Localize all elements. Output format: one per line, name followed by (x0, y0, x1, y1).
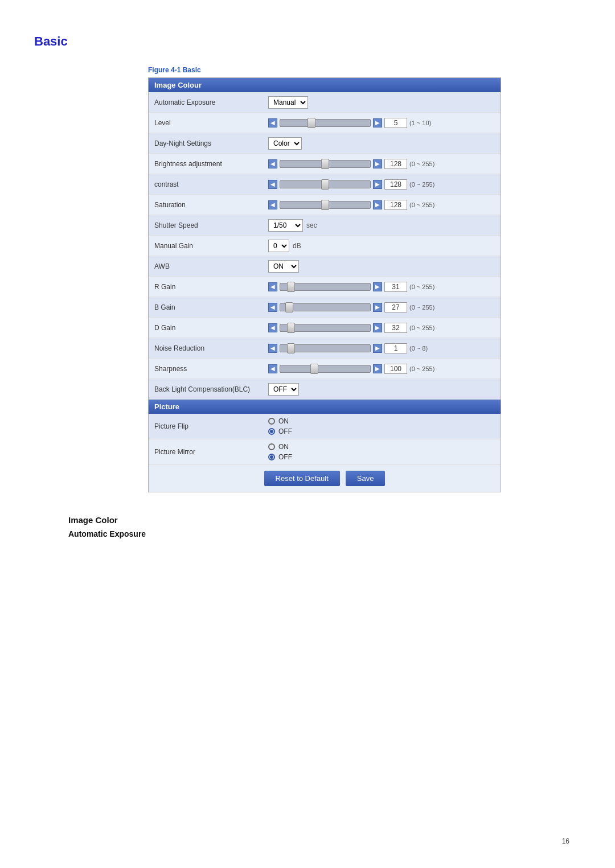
control-noise-reduction: ◀ ▶ 1 (0 ~ 8) (268, 343, 495, 353)
d-gain-left-arrow[interactable]: ◀ (268, 323, 277, 332)
label-picture-flip: Picture Flip (154, 422, 268, 430)
value-contrast: 128 (384, 179, 407, 190)
contrast-left-arrow[interactable]: ◀ (268, 180, 277, 189)
contrast-right-arrow[interactable]: ▶ (373, 180, 382, 189)
b-gain-right-arrow[interactable]: ▶ (373, 303, 382, 312)
value-noise-reduction: 1 (384, 343, 407, 353)
label-automatic-exposure: Automatic Exposure (154, 98, 268, 106)
b-gain-left-arrow[interactable]: ◀ (268, 303, 277, 312)
control-b-gain: ◀ ▶ 27 (0 ~ 255) (268, 302, 495, 312)
row-brightness: Brightness adjustment ◀ ▶ 128 (0 ~ 255) (149, 154, 501, 174)
slider-level[interactable]: ◀ ▶ 5 (1 ~ 10) (268, 118, 495, 128)
slider-brightness[interactable]: ◀ ▶ 128 (0 ~ 255) (268, 159, 495, 169)
radio-flip-on[interactable]: ON (268, 417, 292, 425)
save-button[interactable]: Save (346, 471, 386, 486)
range-d-gain: (0 ~ 255) (409, 324, 434, 331)
slider-thumb-noise-reduction[interactable] (287, 343, 295, 353)
row-noise-reduction: Noise Reduction ◀ ▶ 1 (0 ~ 8) (149, 338, 501, 359)
radio-group-picture-flip: ON OFF (268, 417, 292, 435)
slider-thumb-sharpness[interactable] (310, 364, 318, 374)
control-automatic-exposure: Manual Auto (268, 96, 495, 109)
slider-saturation[interactable]: ◀ ▶ 128 (0 ~ 255) (268, 200, 495, 210)
radio-label-mirror-off: OFF (278, 453, 292, 461)
slider-thumb-level[interactable] (308, 118, 315, 128)
brightness-left-arrow[interactable]: ◀ (268, 159, 277, 168)
label-awb: AWB (154, 262, 268, 270)
slider-track-r-gain[interactable] (280, 283, 371, 291)
range-level: (1 ~ 10) (409, 120, 431, 126)
control-sharpness: ◀ ▶ 100 (0 ~ 255) (268, 364, 495, 374)
r-gain-left-arrow[interactable]: ◀ (268, 282, 277, 291)
slider-d-gain[interactable]: ◀ ▶ 32 (0 ~ 255) (268, 323, 495, 333)
value-r-gain: 31 (384, 282, 407, 292)
radio-mirror-on[interactable]: ON (268, 443, 292, 451)
label-sharpness: Sharpness (154, 365, 268, 373)
saturation-right-arrow[interactable]: ▶ (373, 200, 382, 209)
select-manual-gain[interactable]: 0 1 2 (268, 240, 289, 252)
slider-sharpness[interactable]: ◀ ▶ 100 (0 ~ 255) (268, 364, 495, 374)
slider-noise-reduction[interactable]: ◀ ▶ 1 (0 ~ 8) (268, 343, 495, 353)
sharpness-left-arrow[interactable]: ◀ (268, 364, 277, 373)
control-contrast: ◀ ▶ 128 (0 ~ 255) (268, 179, 495, 190)
radio-circle-flip-off (268, 428, 275, 435)
range-brightness: (0 ~ 255) (409, 161, 434, 167)
slider-track-noise-reduction[interactable] (280, 344, 371, 352)
noise-reduction-left-arrow[interactable]: ◀ (268, 344, 277, 353)
footer-section: Image Color Automatic Exposure (68, 515, 581, 538)
control-blc: OFF ON (268, 383, 495, 396)
radio-flip-off[interactable]: OFF (268, 427, 292, 435)
slider-track-b-gain[interactable] (280, 303, 371, 311)
row-r-gain: R Gain ◀ ▶ 31 (0 ~ 255) (149, 277, 501, 297)
page-title: Basic (34, 34, 581, 49)
slider-track-sharpness[interactable] (280, 365, 371, 373)
control-manual-gain: 0 1 2 dB (268, 240, 495, 252)
slider-r-gain[interactable]: ◀ ▶ 31 (0 ~ 255) (268, 282, 495, 292)
row-shutter-speed: Shutter Speed 1/50 1/60 1/100 sec (149, 215, 501, 236)
reset-to-default-button[interactable]: Reset to Default (264, 471, 340, 486)
slider-right-arrow[interactable]: ▶ (373, 118, 382, 127)
select-shutter-speed[interactable]: 1/50 1/60 1/100 (268, 219, 303, 232)
slider-track-contrast[interactable] (280, 180, 371, 188)
slider-thumb-brightness[interactable] (321, 159, 329, 169)
row-automatic-exposure: Automatic Exposure Manual Auto (149, 92, 501, 113)
radio-label-flip-off: OFF (278, 427, 292, 435)
noise-reduction-right-arrow[interactable]: ▶ (373, 344, 382, 353)
select-automatic-exposure[interactable]: Manual Auto (268, 96, 308, 109)
picture-header: Picture (149, 400, 501, 414)
d-gain-right-arrow[interactable]: ▶ (373, 323, 382, 332)
slider-thumb-r-gain[interactable] (287, 282, 295, 292)
slider-track-brightness[interactable] (280, 160, 371, 168)
row-sharpness: Sharpness ◀ ▶ 100 (0 ~ 255) (149, 359, 501, 379)
radio-mirror-off[interactable]: OFF (268, 453, 292, 461)
row-contrast: contrast ◀ ▶ 128 (0 ~ 255) (149, 174, 501, 195)
select-day-night[interactable]: Color B/W Auto (268, 137, 302, 150)
page-number: 16 (562, 837, 569, 845)
gain-unit: dB (293, 242, 301, 250)
buttons-row: Reset to Default Save (149, 465, 501, 492)
select-awb[interactable]: ON OFF (268, 260, 299, 273)
slider-thumb-d-gain[interactable] (287, 323, 295, 333)
select-blc[interactable]: OFF ON (268, 383, 299, 396)
control-shutter-speed: 1/50 1/60 1/100 sec (268, 219, 495, 232)
slider-thumb-saturation[interactable] (321, 200, 329, 210)
slider-b-gain[interactable]: ◀ ▶ 27 (0 ~ 255) (268, 302, 495, 312)
slider-thumb-b-gain[interactable] (285, 302, 293, 312)
sharpness-right-arrow[interactable]: ▶ (373, 364, 382, 373)
slider-track-saturation[interactable] (280, 201, 371, 209)
brightness-right-arrow[interactable]: ▶ (373, 159, 382, 168)
slider-track-level[interactable] (280, 119, 371, 127)
label-day-night: Day-Night Settings (154, 139, 268, 147)
value-d-gain: 32 (384, 323, 407, 333)
slider-contrast[interactable]: ◀ ▶ 128 (0 ~ 255) (268, 179, 495, 190)
r-gain-right-arrow[interactable]: ▶ (373, 282, 382, 291)
label-d-gain: D Gain (154, 324, 268, 332)
saturation-left-arrow[interactable]: ◀ (268, 200, 277, 209)
slider-track-d-gain[interactable] (280, 324, 371, 332)
label-shutter-speed: Shutter Speed (154, 221, 268, 229)
control-awb: ON OFF (268, 260, 495, 273)
label-manual-gain: Manual Gain (154, 242, 268, 250)
value-sharpness: 100 (384, 364, 407, 374)
slider-thumb-contrast[interactable] (321, 179, 329, 190)
control-brightness: ◀ ▶ 128 (0 ~ 255) (268, 159, 495, 169)
slider-left-arrow[interactable]: ◀ (268, 118, 277, 127)
